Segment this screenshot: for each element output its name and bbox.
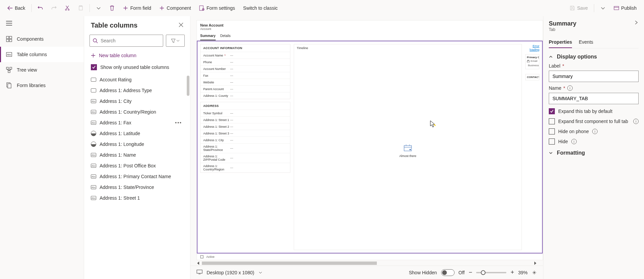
form-tab-body[interactable]: ACCOUNT INFORMATION Account Name*---Phon… [197, 41, 543, 253]
nav-tree-view-label: Tree view [17, 67, 37, 73]
zoom-out-button[interactable]: − [469, 269, 472, 276]
expand-default-checkbox[interactable]: Expand this tab by default [549, 108, 639, 114]
column-item[interactable]: Account Rating••• [84, 74, 190, 85]
expand-first-checkbox[interactable]: Expand first component to full tab i [549, 118, 639, 124]
form-field[interactable]: Address 1: Street 3--- [201, 130, 290, 136]
column-item[interactable]: Address 1: Address Type••• [84, 85, 190, 96]
hide-checkbox[interactable]: Hide i [549, 138, 639, 145]
search-box[interactable] [90, 35, 163, 47]
info-icon[interactable]: i [567, 85, 573, 91]
zoom-thumb[interactable] [481, 270, 486, 275]
nav-components[interactable]: Components [0, 31, 84, 47]
form-field[interactable]: Parent Account--- [201, 85, 290, 92]
paste-button[interactable] [75, 3, 87, 13]
add-component-button[interactable]: Component [156, 3, 194, 13]
error-loading-link[interactable]: Error loading [530, 44, 539, 51]
search-icon [93, 38, 98, 43]
switch-classic-button[interactable]: Switch to classic [240, 3, 281, 13]
column-item[interactable]: AbcAddress 1: City••• [84, 96, 190, 107]
column-item[interactable]: AbcAddress 1: Name••• [84, 150, 190, 160]
add-form-field-button[interactable]: Form field [119, 3, 154, 13]
save-chevron-button[interactable] [597, 3, 609, 13]
new-table-column-button[interactable]: New table column [84, 49, 190, 62]
close-panel-button[interactable] [179, 23, 183, 28]
timeline-control[interactable]: Timeline Almost there [294, 44, 522, 250]
form-tab-details[interactable]: Details [220, 33, 231, 40]
column-item[interactable]: AbcAddress 1: Primary Contact Name••• [84, 171, 190, 182]
show-hidden-toggle[interactable] [441, 269, 455, 276]
paste-chevron-button[interactable] [93, 3, 105, 13]
scrollbar-thumb[interactable] [202, 262, 377, 265]
nav-tree-view[interactable]: Tree view [0, 62, 84, 78]
nav-table-columns[interactable]: Abc Table columns [0, 47, 84, 62]
form-field[interactable]: Ticker Symbol--- [201, 110, 290, 116]
contacts-card[interactable]: CONTACTS [525, 74, 539, 80]
column-label: Address 1: State/Province [100, 185, 154, 190]
form-field[interactable]: Address 1: Street 1--- [201, 116, 290, 123]
nav-form-libraries[interactable]: Form libraries [0, 78, 84, 93]
cut-button[interactable] [61, 3, 73, 13]
save-button[interactable]: Save [566, 3, 591, 13]
zoom-in-button[interactable]: + [510, 269, 514, 276]
form-field[interactable]: Website--- [201, 79, 290, 85]
show-unused-checkbox-row[interactable]: Show only unused table columns [84, 62, 190, 74]
fit-to-screen-icon[interactable] [532, 270, 537, 275]
primary-contact-card[interactable]: Primary Co Email Business [525, 54, 539, 69]
form-field[interactable]: Account Number--- [201, 65, 290, 72]
hamburger-button[interactable] [0, 16, 84, 31]
column-item[interactable]: AbcAddress 1: State/Province••• [84, 182, 190, 193]
scrollbar-thumb[interactable] [187, 76, 189, 96]
field-label: Account Number [203, 67, 230, 71]
section-address[interactable]: ADDRESS Ticker Symbol---Address 1: Stree… [200, 102, 290, 173]
form-field[interactable]: Phone--- [201, 58, 290, 65]
delete-button[interactable] [106, 3, 118, 13]
undo-button[interactable] [34, 3, 46, 13]
tab-events[interactable]: Events [579, 37, 593, 48]
info-icon[interactable]: i [571, 139, 577, 144]
form-field[interactable]: Account Name*--- [201, 52, 290, 58]
form-tab-summary[interactable]: Summary [200, 33, 216, 40]
form-field[interactable]: Address 1: Country/Region--- [201, 163, 290, 172]
section-account-info[interactable]: ACCOUNT INFORMATION Account Name*---Phon… [200, 44, 290, 99]
name-input[interactable] [549, 93, 639, 104]
info-icon[interactable]: i [633, 119, 639, 124]
column-item[interactable]: AbcAddress 1: Country/Region••• [84, 107, 190, 117]
form-field[interactable]: Address 1: Street 2--- [201, 123, 290, 130]
info-icon[interactable]: i [592, 129, 598, 134]
search-input[interactable] [101, 38, 160, 43]
form-field[interactable]: Address 1: ZIP/Postal Code--- [201, 153, 290, 163]
form-field[interactable]: Address 1: State/Province--- [201, 143, 290, 153]
column-item[interactable]: AbcAddress 1: Street 1••• [84, 193, 190, 203]
back-button[interactable]: Back [4, 3, 29, 13]
svg-rect-15 [8, 71, 10, 73]
publish-button[interactable]: Publish [610, 3, 640, 13]
group-formatting[interactable]: Formatting [549, 150, 639, 156]
horizontal-scrollbar[interactable] [196, 261, 537, 266]
text-field-icon [91, 88, 96, 92]
chevron-down-icon[interactable] [258, 271, 262, 275]
filter-button[interactable] [166, 35, 185, 47]
hide-on-phone-checkbox[interactable]: Hide on phone i [549, 128, 639, 134]
group-display-options[interactable]: Display options [549, 54, 639, 60]
label-input[interactable] [549, 71, 639, 82]
form-field[interactable]: Address 1: County--- [201, 92, 290, 99]
more-options-button[interactable]: ••• [174, 120, 183, 125]
zoom-value: 39% [518, 270, 528, 275]
tab-properties[interactable]: Properties [549, 37, 572, 48]
field-value: --- [230, 81, 233, 84]
timeline-message: Almost there [399, 154, 417, 158]
zoom-slider[interactable] [476, 272, 506, 273]
column-label: Address 1: Name [100, 152, 136, 158]
device-label[interactable]: Desktop (1920 x 1080) [207, 270, 254, 275]
checkbox-label: Hide on phone [558, 129, 589, 134]
form-field[interactable]: Address 1: City--- [201, 136, 290, 143]
column-item[interactable]: AbcAddress 1: Fax••• [84, 117, 190, 128]
column-item[interactable]: Address 1: Latitude••• [84, 128, 190, 139]
column-item[interactable]: Address 1: Longitude••• [84, 139, 190, 150]
form-field[interactable]: Fax--- [201, 72, 290, 79]
form-settings-button[interactable]: Form settings [196, 3, 239, 13]
column-item[interactable]: AbcAddress 1: Post Office Box••• [84, 160, 190, 171]
field-label: Address 1: Street 2 [203, 125, 230, 128]
redo-button[interactable] [48, 3, 60, 13]
collapse-panel-button[interactable] [634, 20, 639, 26]
